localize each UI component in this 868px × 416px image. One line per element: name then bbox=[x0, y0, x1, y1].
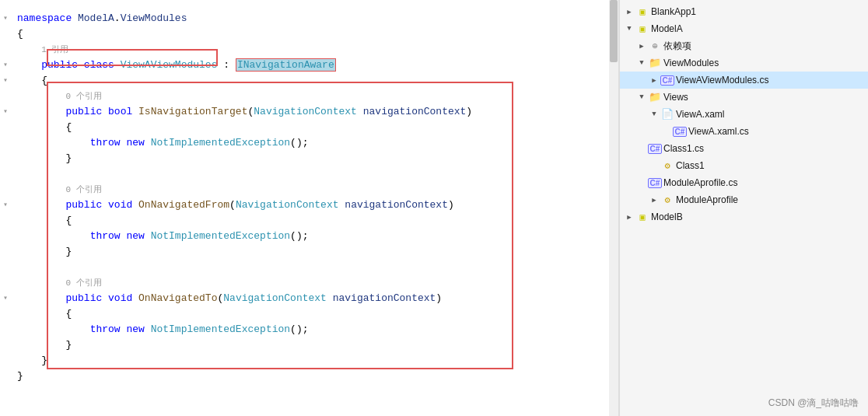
tree-label: ViewAViewModules.cs bbox=[676, 75, 768, 86]
code-token bbox=[327, 292, 333, 304]
tree-expand-arrow[interactable]: ▼ bbox=[635, 93, 648, 101]
code-token: void bbox=[108, 199, 138, 211]
collapse-arrow[interactable] bbox=[3, 322, 14, 337]
tree-item[interactable]: ▼▣ModelA bbox=[620, 20, 868, 37]
code-line: 0 个引用 bbox=[0, 275, 618, 291]
collapse-arrow[interactable]: ▾ bbox=[3, 11, 14, 26]
collapse-arrow[interactable] bbox=[3, 244, 14, 260]
code-editor[interactable]: ▾namespace ModelA.ViewModules { 1 引用▾ pu… bbox=[0, 0, 619, 416]
tree-icon: 📄 bbox=[660, 108, 674, 121]
collapse-arrow[interactable] bbox=[3, 353, 14, 369]
tree-icon: ▣ bbox=[635, 211, 649, 223]
code-token: new bbox=[126, 323, 150, 335]
tree-item[interactable]: ▼📁Views bbox=[620, 89, 868, 106]
code-token: public bbox=[41, 59, 84, 71]
tree-expand-arrow[interactable]: ▼ bbox=[648, 110, 660, 118]
code-token: (); bbox=[290, 137, 308, 149]
tree-item[interactable]: C#ViewA.xaml.cs bbox=[620, 123, 868, 140]
code-token: NotImplementedException bbox=[151, 137, 290, 149]
code-token: NavigationContext bbox=[236, 199, 339, 211]
collapse-arrow[interactable]: ▾ bbox=[3, 198, 14, 213]
code-line: } bbox=[0, 369, 618, 384]
code-line: throw new NotImplementedException(); bbox=[0, 229, 618, 244]
code-line: 1 引用 bbox=[0, 42, 618, 58]
collapse-arrow[interactable] bbox=[3, 306, 14, 322]
collapse-arrow[interactable] bbox=[3, 151, 14, 166]
collapse-arrow[interactable] bbox=[3, 135, 14, 151]
collapse-arrow[interactable] bbox=[3, 369, 14, 384]
collapse-arrow[interactable] bbox=[3, 42, 14, 58]
code-line: } bbox=[0, 151, 618, 166]
tree-label: Class1 bbox=[676, 160, 705, 171]
code-line bbox=[0, 166, 618, 182]
code-token: void bbox=[108, 292, 138, 304]
tree-item[interactable]: ▶⚙ModuleAprofile bbox=[620, 191, 868, 208]
collapse-arrow[interactable] bbox=[3, 89, 14, 104]
code-line: { bbox=[0, 213, 618, 229]
tree-item[interactable]: ⚙Class1 bbox=[620, 157, 868, 174]
code-line: ▾ public void OnNavigatedFrom(Navigation… bbox=[0, 198, 618, 213]
code-line: throw new NotImplementedException(); bbox=[0, 322, 618, 337]
tree-item[interactable]: ▶⊕依赖项 bbox=[620, 37, 868, 54]
collapse-arrow[interactable] bbox=[3, 120, 14, 135]
code-token: { bbox=[65, 215, 72, 226]
collapse-arrow[interactable] bbox=[3, 260, 14, 275]
code-token: new bbox=[126, 230, 150, 242]
collapse-arrow[interactable] bbox=[3, 275, 14, 291]
code-token: class bbox=[84, 59, 121, 71]
code-token: ViewModules bbox=[121, 12, 187, 24]
code-token: NotImplementedException bbox=[151, 230, 290, 242]
collapse-arrow[interactable] bbox=[3, 166, 14, 182]
code-line: } bbox=[0, 244, 618, 260]
collapse-arrow[interactable]: ▾ bbox=[3, 291, 14, 306]
tree-expand-arrow[interactable]: ▼ bbox=[623, 25, 635, 33]
tree-expand-arrow[interactable]: ▶ bbox=[648, 76, 660, 85]
code-token: navigationContext bbox=[363, 106, 467, 117]
tree-expand-arrow[interactable]: ▶ bbox=[623, 213, 635, 222]
code-token: public bbox=[65, 199, 108, 211]
tree-item[interactable]: ▼📄ViewA.xaml bbox=[620, 106, 868, 123]
solution-tree[interactable]: ▶▣BlankApp1▼▣ModelA▶⊕依赖项▼📁ViewModules▶C#… bbox=[620, 0, 868, 229]
tree-expand-arrow[interactable]: ▶ bbox=[623, 8, 635, 16]
code-line: ▾ public bool IsNavigationTarget(Navigat… bbox=[0, 104, 618, 120]
collapse-arrow[interactable] bbox=[3, 182, 14, 198]
code-token: public bbox=[65, 106, 108, 117]
tree-expand-arrow[interactable]: ▼ bbox=[635, 59, 648, 67]
code-token: { bbox=[41, 75, 47, 86]
tree-item[interactable]: C#ModuleAprofile.cs bbox=[620, 174, 868, 191]
collapse-arrow[interactable] bbox=[3, 26, 14, 42]
tree-item[interactable]: ▶▣ModelB bbox=[620, 208, 868, 225]
code-line: 0 个引用 bbox=[0, 182, 618, 198]
code-token: navigationContext bbox=[333, 292, 436, 304]
code-token: { bbox=[17, 28, 23, 40]
code-token: } bbox=[17, 370, 23, 382]
tree-label: ModuleAprofile.cs bbox=[663, 177, 737, 188]
code-line: } bbox=[0, 337, 618, 353]
code-token: NavigationContext bbox=[223, 292, 327, 304]
collapse-arrow[interactable] bbox=[3, 213, 14, 229]
tree-item[interactable]: ▼📁ViewModules bbox=[620, 54, 868, 72]
tree-expand-arrow[interactable]: ▶ bbox=[635, 42, 648, 51]
tree-item[interactable]: C#Class1.cs bbox=[620, 140, 868, 157]
code-line: } bbox=[0, 353, 618, 369]
collapse-arrow[interactable]: ▾ bbox=[3, 73, 14, 89]
tree-item[interactable]: ▶C#ViewAViewModules.cs bbox=[620, 72, 868, 89]
code-token: IsNavigationTarget bbox=[138, 106, 247, 117]
code-token: public bbox=[65, 292, 108, 304]
collapse-arrow[interactable]: ▾ bbox=[3, 104, 14, 120]
tree-icon: C# bbox=[660, 75, 674, 86]
collapse-arrow[interactable]: ▾ bbox=[3, 58, 14, 73]
collapse-arrow[interactable] bbox=[3, 229, 14, 244]
code-line: ▾ public class ViewAViewModules : INavig… bbox=[0, 58, 618, 73]
tree-expand-arrow[interactable]: ▶ bbox=[648, 196, 660, 205]
code-token: ) bbox=[466, 106, 472, 117]
tree-icon: ⊕ bbox=[648, 40, 662, 52]
code-token: (); bbox=[290, 323, 308, 335]
tree-label: Views bbox=[663, 92, 688, 103]
tree-item[interactable]: ▶▣BlankApp1 bbox=[620, 3, 868, 20]
interface-token: INavigationAware bbox=[236, 58, 336, 72]
code-line: { bbox=[0, 120, 618, 135]
collapse-arrow[interactable] bbox=[3, 337, 14, 353]
scrollbar[interactable] bbox=[609, 0, 618, 416]
scroll-thumb[interactable] bbox=[610, 0, 618, 62]
